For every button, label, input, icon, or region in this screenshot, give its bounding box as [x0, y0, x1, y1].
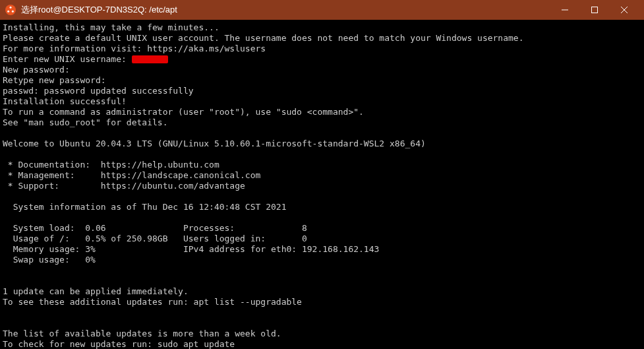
terminal-line: Enter new UNIX username: — [3, 54, 641, 65]
ubuntu-icon — [5, 5, 16, 15]
terminal-line: * Management: https://landscape.canonica… — [3, 170, 641, 181]
terminal-line: * Documentation: https://help.ubuntu.com — [3, 160, 641, 170]
terminal-line: Usage of /: 0.5% of 250.98GB Users logge… — [3, 234, 641, 244]
terminal-line: System information as of Thu Dec 16 12:4… — [3, 202, 641, 212]
terminal-line: See "man sudo_root" for details. — [3, 117, 641, 128]
terminal-line: Welcome to Ubuntu 20.04.3 LTS (GNU/Linux… — [3, 139, 641, 149]
close-button[interactable] — [609, 0, 639, 20]
maximize-button[interactable] — [579, 0, 609, 20]
terminal-line: * Support: https://ubuntu.com/advantage — [3, 181, 641, 191]
terminal-line: To run a command as administrator (user … — [3, 107, 641, 117]
terminal-line — [3, 307, 641, 318]
terminal-line — [3, 265, 641, 276]
minimize-button[interactable] — [550, 0, 579, 20]
terminal-line: To see these additional updates run: apt… — [3, 297, 641, 307]
window-title: 选择root@DESKTOP-7DN3S2Q: /etc/apt — [21, 4, 550, 16]
terminal-line: passwd: password updated successfully — [3, 86, 641, 96]
terminal-line — [3, 276, 641, 286]
terminal-line: To check for new updates run: sudo apt u… — [3, 339, 641, 349]
terminal-line: 1 update can be applied immediately. — [3, 286, 641, 297]
terminal-line: Installation successful! — [3, 96, 641, 107]
svg-rect-4 — [591, 7, 597, 13]
redacted-username — [132, 55, 168, 63]
terminal-line: The list of available updates is more th… — [3, 329, 641, 339]
terminal-line — [3, 212, 641, 223]
svg-point-2 — [12, 11, 14, 13]
terminal-line: Please create a default UNIX user accoun… — [3, 33, 641, 44]
terminal-line: System load: 0.06 Processes: 8 — [3, 223, 641, 234]
terminal-output[interactable]: Installing, this may take a few minutes.… — [0, 20, 644, 349]
terminal-line: Retype new password: — [3, 75, 641, 86]
terminal-line: Memory usage: 3% IPv4 address for eth0: … — [3, 244, 641, 255]
terminal-line: Swap usage: 0% — [3, 255, 641, 265]
window-controls — [550, 0, 639, 20]
terminal-line — [3, 191, 641, 202]
terminal-line: Installing, this may take a few minutes.… — [3, 22, 641, 33]
terminal-line — [3, 318, 641, 329]
svg-point-0 — [10, 7, 12, 9]
terminal-line — [3, 128, 641, 139]
terminal-line — [3, 149, 641, 160]
terminal-line: New password: — [3, 65, 641, 75]
terminal-line: For more information visit: https://aka.… — [3, 44, 641, 54]
svg-point-1 — [7, 11, 9, 13]
window-titlebar: 选择root@DESKTOP-7DN3S2Q: /etc/apt — [0, 0, 644, 20]
